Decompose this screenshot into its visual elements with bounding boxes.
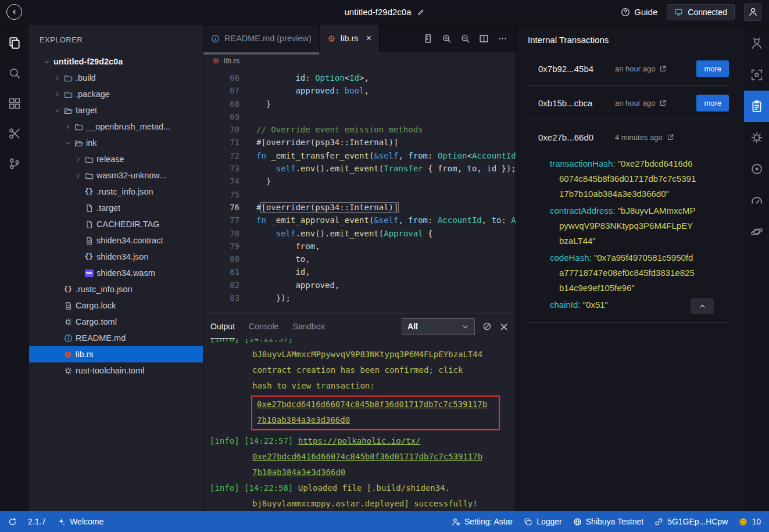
log-line[interactable]: 7b10ab384a3e3d366d0 <box>210 465 516 480</box>
status-network[interactable]: Shibuya Testnet <box>573 517 643 526</box>
tab-README.md (preview)[interactable]: README.md (preview) <box>203 24 320 52</box>
status-balance[interactable]: 10 <box>739 517 761 526</box>
tree-item-wasm32-unknow...[interactable]: wasm32-unknow... <box>29 167 203 184</box>
activity-account[interactable] <box>744 28 769 59</box>
link-icon <box>654 517 663 526</box>
more-button[interactable]: more <box>696 60 729 77</box>
tx-hash-text[interactable]: 0xe27bdcd6416d66074c845b8f36d01717db7c7c… <box>257 400 487 409</box>
transaction-row[interactable]: 0x7b92...45b4an hour agomore <box>516 52 744 85</box>
file-tree: untitled-f29d2c0a.build.packagetarget__o… <box>29 51 203 379</box>
zoom-out-icon[interactable] <box>460 34 470 44</box>
activity-search[interactable] <box>0 58 29 88</box>
folder-icon <box>83 155 95 164</box>
tree-item-.rustc_info.json[interactable]: {}.rustc_info.json <box>29 281 203 297</box>
status-sync[interactable] <box>8 517 17 526</box>
tx-hash-text[interactable]: 7b10ab384a3e3d366d0 <box>257 415 350 425</box>
close-tab-icon[interactable]: × <box>366 33 371 44</box>
connected-button[interactable]: Connected <box>667 4 735 20</box>
output-tab-Console[interactable]: Console <box>249 314 278 339</box>
tab-scrollbar[interactable] <box>203 52 319 55</box>
zoom-in-icon[interactable] <box>442 34 452 44</box>
tree-item-release[interactable]: release <box>29 151 203 167</box>
highlighted-tx-hash[interactable]: 0xe27bdcd6416d66074c845b8f36d01717db7c7c… <box>251 396 500 430</box>
code-line-78: 78 self.env().emit_event(Approval { <box>203 227 516 240</box>
log-line[interactable]: [info] [14:22:57] https://polkaholic.io/… <box>210 433 516 449</box>
more-actions-icon[interactable] <box>498 34 507 44</box>
code-editor[interactable]: 66 id: Option<Id>,67 approved: bool,68 }… <box>203 69 516 314</box>
tree-item-ink[interactable]: ink <box>29 135 203 151</box>
transaction-details: transactionHash: "0xe27bdcd6416d66074c84… <box>516 154 744 315</box>
output-tab-Sandbox[interactable]: Sandbox <box>292 314 324 339</box>
activity-transactions[interactable] <box>744 91 769 122</box>
code-line-80: 80 to, <box>203 253 516 265</box>
status-version: 2.1.7 <box>28 517 46 526</box>
tree-item-label: CACHEDIR.TAG <box>96 220 160 229</box>
status-logger[interactable]: Logger <box>524 517 562 526</box>
tree-item-.build[interactable]: .build <box>29 70 203 86</box>
tree-item-.package[interactable]: .package <box>29 86 203 102</box>
account-avatar-button[interactable] <box>744 3 761 21</box>
transactions-panel: Internal Transactions 0x7b92...45b4an ho… <box>516 24 744 511</box>
clear-output-icon[interactable] <box>482 322 492 331</box>
activity-token[interactable] <box>744 153 769 185</box>
code-line-68: 68 } <box>203 98 516 110</box>
coin-icon <box>739 517 747 526</box>
transaction-row[interactable]: 0xe27b...66d04 minutes ago <box>516 120 744 154</box>
pencil-icon[interactable] <box>417 8 425 16</box>
editor-area: README.md (preview)lib.rs× lib.rs 66 id:… <box>203 24 516 511</box>
folder-icon <box>62 74 74 82</box>
tree-item-.target[interactable]: .target <box>29 200 203 216</box>
external-link-icon[interactable] <box>667 134 674 141</box>
guide-button[interactable]: Guide <box>621 7 657 17</box>
output-tab-Output[interactable]: Output <box>210 314 235 339</box>
transaction-hash: 0x7b92...45b4 <box>538 64 615 74</box>
log-line[interactable]: 0xe27bdcd6416d66074c845b8f36d01717db7c7c… <box>210 449 516 465</box>
activity-frame[interactable] <box>744 59 769 91</box>
external-link-icon[interactable] <box>659 65 667 73</box>
code-line-73: 73 self.env().emit_event(Transfer { from… <box>203 162 516 175</box>
tree-item-lib.rs[interactable]: lib.rs <box>29 346 203 362</box>
tree-item-shiden34.contract[interactable]: shiden34.contract <box>29 232 203 249</box>
tree-item-shiden34.json[interactable]: {}shiden34.json <box>29 249 203 265</box>
activity-files[interactable] <box>0 28 29 58</box>
tree-item-README.md[interactable]: README.md <box>29 330 203 346</box>
status-welcome[interactable]: Welcome <box>57 517 103 526</box>
tree-item-target[interactable]: target <box>29 102 203 118</box>
transaction-row[interactable]: 0xb15b...cbcaan hour agomore <box>516 86 744 120</box>
collapse-details-button[interactable] <box>691 298 714 314</box>
tab-lib.rs[interactable]: lib.rs× <box>320 24 380 52</box>
divider <box>528 322 728 323</box>
tree-item-untitled-f29d2c0a[interactable]: untitled-f29d2c0a <box>29 53 203 70</box>
tree-item-label: .package <box>76 89 110 99</box>
tree-item-__openbrush_metad...[interactable]: __openbrush_metad... <box>29 118 203 135</box>
back-button[interactable] <box>6 4 22 20</box>
split-editor-icon[interactable] <box>479 34 489 44</box>
more-button[interactable]: more <box>696 95 729 112</box>
tree-item-Cargo.lock[interactable]: Cargo.lock <box>29 297 203 314</box>
person-gear-icon <box>452 517 460 526</box>
ruler-icon[interactable] <box>423 34 433 44</box>
breadcrumb[interactable]: lib.rs <box>203 52 516 69</box>
line-number: 81 <box>203 265 239 278</box>
activity-gauge[interactable] <box>744 185 769 216</box>
activity-planet[interactable] <box>744 216 769 247</box>
activity-source-control[interactable] <box>0 149 29 179</box>
activity-extensions[interactable] <box>0 88 29 118</box>
tree-item-CACHEDIR.TAG[interactable]: CACHEDIR.TAG <box>29 216 203 232</box>
main-area: EXPLORER untitled-f29d2c0a.build.package… <box>0 24 769 511</box>
status-account[interactable]: 5G1GEp...HCpw <box>654 517 728 526</box>
detail-key: contractAddress: <box>550 206 618 215</box>
external-link-icon[interactable] <box>659 99 667 107</box>
tree-item-rust-toolchain.toml[interactable]: rust-toolchain.toml <box>29 362 203 379</box>
output-panel: OutputConsoleSandbox All × [info] [14:22… <box>203 314 516 511</box>
tree-item-Cargo.toml[interactable]: Cargo.toml <box>29 314 203 330</box>
output-filter-dropdown[interactable]: All <box>402 318 475 335</box>
tree-item-.rustc_info.json[interactable]: {}.rustc_info.json <box>29 184 203 200</box>
tree-item-shiden34.wasm[interactable]: washiden34.wasm <box>29 265 203 281</box>
transaction-time: an hour ago <box>615 64 667 73</box>
tree-item-label: shiden34.json <box>96 252 149 261</box>
status-setting[interactable]: Setting: Astar <box>452 517 513 526</box>
close-panel-icon[interactable]: × <box>499 320 509 333</box>
activity-services[interactable] <box>744 122 769 153</box>
activity-scissors[interactable] <box>0 118 29 149</box>
